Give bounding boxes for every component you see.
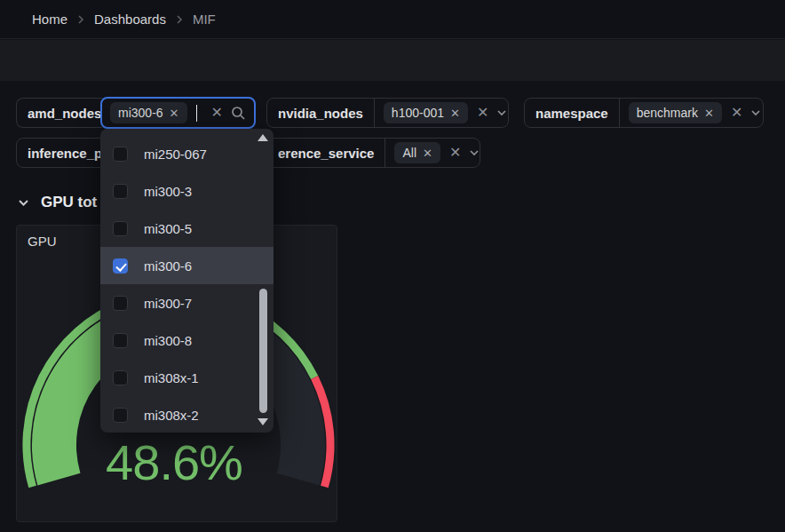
clear-selection-icon[interactable]: ✕: [731, 106, 742, 120]
filter-label-amd-nodes: amd_nodes: [16, 98, 102, 128]
clear-selection-icon[interactable]: ✕: [477, 106, 488, 120]
tag-remove-icon[interactable]: ✕: [423, 147, 432, 159]
scroll-down-arrow-icon[interactable]: [258, 418, 268, 425]
scroll-up-arrow-icon[interactable]: [258, 134, 268, 141]
dropdown-option-mi300-5[interactable]: mi300-5: [100, 210, 274, 247]
checkbox-checked[interactable]: [113, 258, 128, 274]
breadcrumb-current-dashboard: MIF: [193, 12, 216, 27]
filter-label-namespace: namespace: [525, 99, 620, 127]
checkbox-unchecked[interactable]: [113, 147, 128, 162]
filter-input-amd-nodes[interactable]: mi300-6 ✕ ✕: [100, 97, 256, 129]
filter-label-nvidia-nodes: nvidia_nodes: [267, 99, 375, 127]
checkbox-unchecked[interactable]: [113, 370, 128, 385]
gauge-value-text: 48.6%: [106, 434, 242, 490]
filter-namespace[interactable]: namespace benchmark ✕ ✕: [524, 98, 764, 128]
dropdown-option-mi300-3[interactable]: mi300-3: [100, 172, 274, 210]
chevron-down-icon[interactable]: [750, 109, 761, 116]
dropdown-option-mi300-8[interactable]: mi300-8: [100, 322, 274, 359]
dashboard-toolbar-band: [0, 40, 785, 81]
breadcrumb-chevron-icon: [77, 14, 84, 25]
amd-nodes-dropdown-menu: mi250-067 mi300-3 mi300-5 mi300-6 mi300-…: [100, 129, 274, 433]
checkbox-unchecked[interactable]: [113, 184, 128, 199]
checkbox-unchecked[interactable]: [113, 408, 128, 423]
row-section-header[interactable]: GPU tot: [18, 191, 97, 214]
tag-remove-icon[interactable]: ✕: [170, 107, 179, 119]
scrollbar-thumb[interactable]: [259, 289, 267, 413]
dropdown-option-mi250-067[interactable]: mi250-067: [100, 135, 274, 172]
filter-tag-benchmark[interactable]: benchmark ✕: [629, 102, 722, 123]
breadcrumb-home[interactable]: Home: [32, 12, 67, 27]
section-title: GPU tot: [41, 194, 97, 211]
dropdown-option-mi308x-2[interactable]: mi308x-2: [100, 396, 274, 433]
dropdown-option-mi300-6[interactable]: mi300-6: [100, 247, 274, 284]
filter-tag-all[interactable]: All ✕: [394, 142, 440, 163]
clear-selection-icon[interactable]: ✕: [449, 146, 461, 160]
checkbox-unchecked[interactable]: [113, 333, 128, 348]
filter-tag-mi300-6[interactable]: mi300-6 ✕: [110, 102, 187, 123]
tag-remove-icon[interactable]: ✕: [704, 107, 714, 119]
breadcrumb-dashboards[interactable]: Dashboards: [94, 12, 166, 27]
checkbox-unchecked[interactable]: [113, 221, 128, 236]
checkbox-unchecked[interactable]: [113, 296, 128, 311]
filter-tag-h100-001[interactable]: h100-001 ✕: [384, 102, 468, 123]
text-cursor: [196, 105, 198, 122]
filter-inference-service[interactable]: erence_service All ✕ ✕: [240, 138, 480, 168]
chevron-down-icon[interactable]: [469, 149, 480, 156]
tag-remove-icon[interactable]: ✕: [450, 107, 460, 119]
dropdown-option-mi308x-1[interactable]: mi308x-1: [100, 359, 274, 396]
clear-selection-icon[interactable]: ✕: [211, 106, 223, 120]
collapse-chevron-icon[interactable]: [18, 199, 29, 207]
dropdown-option-mi300-7[interactable]: mi300-7: [100, 284, 274, 322]
chevron-down-icon[interactable]: [496, 109, 507, 116]
breadcrumb-chevron-icon: [176, 14, 183, 25]
top-nav-bar: Home Dashboards MIF: [0, 0, 785, 39]
search-icon[interactable]: [231, 106, 246, 121]
filter-nvidia-nodes[interactable]: nvidia_nodes h100-001 ✕ ✕: [266, 98, 509, 128]
